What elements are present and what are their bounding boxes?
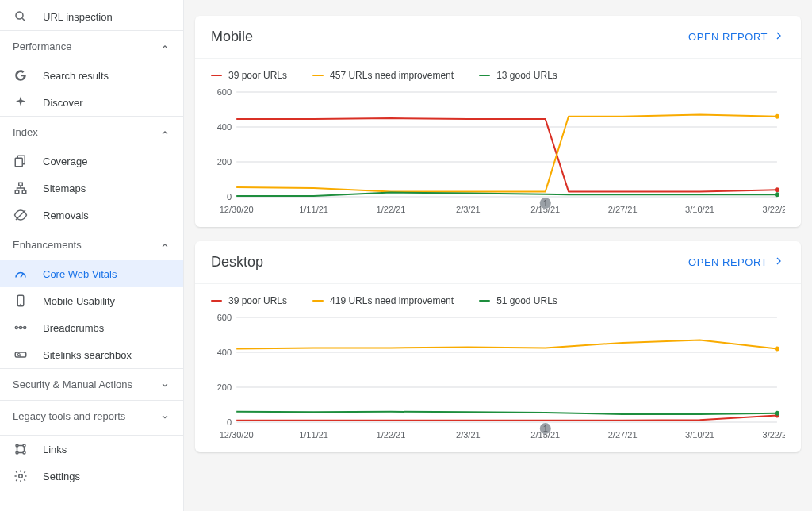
svg-text:2/3/21: 2/3/21 [456, 430, 481, 440]
sidebar-item-sitemaps[interactable]: Sitemaps [0, 175, 183, 202]
legend-poor: 39 poor URLs [211, 70, 287, 81]
section-performance-label: Performance [13, 40, 159, 52]
gear-icon [13, 468, 29, 484]
svg-text:1: 1 [543, 424, 548, 433]
svg-text:0: 0 [227, 192, 232, 202]
svg-text:1/22/21: 1/22/21 [377, 430, 406, 440]
svg-point-11 [15, 327, 17, 329]
mobile-chart: 020040060012/30/201/11/211/22/212/3/212/… [195, 84, 801, 227]
svg-point-10 [20, 304, 21, 305]
desktop-open-report-button[interactable]: OPEN REPORT [688, 255, 785, 270]
svg-text:2/27/21: 2/27/21 [608, 205, 638, 214]
sidebar: URL inspection Performance Search result… [0, 0, 184, 511]
desktop-card: Desktop OPEN REPORT 39 poor URLs 419 URL… [195, 241, 801, 452]
sidebar-item-label: Search results [43, 70, 170, 82]
sidebar-item-breadcrumbs[interactable]: Breadcrumbs [0, 314, 183, 341]
legend-poor: 39 poor URLs [211, 295, 287, 306]
svg-line-8 [21, 274, 23, 278]
svg-point-21 [16, 451, 18, 454]
chevron-down-icon [159, 379, 170, 390]
sidebar-item-removals[interactable]: Removals [0, 202, 183, 229]
sidebar-item-mobile-usability[interactable]: Mobile Usability [0, 287, 183, 314]
sidebar-item-search-results[interactable]: Search results [0, 62, 183, 89]
svg-text:200: 200 [217, 382, 232, 392]
mobile-card-title: Mobile [211, 29, 688, 45]
mobile-card-header: Mobile OPEN REPORT [195, 16, 801, 59]
sidebar-item-sitelinks-searchbox[interactable]: Sitelinks searchbox [0, 341, 183, 368]
sidebar-item-label: Discover [43, 97, 170, 109]
url-inspection[interactable]: URL inspection [0, 3, 183, 30]
main-content: Mobile OPEN REPORT 39 poor URLs 457 URLs… [184, 0, 812, 511]
chevron-up-icon [159, 41, 170, 52]
legend-good: 51 good URLs [479, 295, 557, 306]
svg-point-20 [23, 444, 25, 447]
sidebar-item-label: Removals [43, 209, 170, 221]
sidebar-item-label: Mobile Usability [43, 295, 170, 307]
svg-point-17 [17, 354, 20, 356]
svg-text:1/22/21: 1/22/21 [377, 205, 406, 214]
coverage-icon [13, 153, 29, 169]
legend-dash-poor [211, 75, 222, 76]
svg-text:1: 1 [543, 198, 548, 208]
svg-text:12/30/20: 12/30/20 [220, 205, 254, 214]
svg-text:200: 200 [217, 157, 232, 167]
section-security[interactable]: Security & Manual Actions [0, 368, 183, 400]
svg-text:3/22/21: 3/22/21 [763, 205, 785, 214]
sidebar-item-settings[interactable]: Settings [0, 463, 183, 490]
searchbox-icon [13, 347, 29, 363]
sidebar-item-label: Links [43, 444, 170, 455]
section-enhancements-label: Enhancements [13, 239, 159, 251]
svg-text:600: 600 [217, 87, 232, 97]
chevron-up-icon [159, 127, 170, 138]
section-enhancements[interactable]: Enhancements [0, 229, 183, 260]
legend-good-label: 51 good URLs [496, 295, 557, 306]
svg-point-0 [16, 12, 23, 19]
desktop-card-header: Desktop OPEN REPORT [195, 241, 801, 284]
sitemaps-icon [13, 180, 29, 196]
section-legacy-label: Legacy tools and reports [13, 410, 159, 422]
svg-rect-5 [15, 190, 19, 194]
sidebar-item-label: Coverage [43, 156, 170, 167]
desktop-legend: 39 poor URLs 419 URLs need improvement 5… [195, 284, 801, 309]
legend-ni: 457 URLs need improvement [312, 70, 454, 81]
breadcrumbs-icon [13, 320, 29, 336]
section-performance[interactable]: Performance [0, 30, 183, 62]
svg-rect-6 [22, 190, 26, 194]
legend-good-label: 13 good URLs [496, 70, 557, 81]
section-legacy[interactable]: Legacy tools and reports [0, 400, 183, 432]
section-index[interactable]: Index [0, 116, 183, 148]
mobile-open-report-button[interactable]: OPEN REPORT [688, 29, 785, 44]
svg-point-19 [16, 444, 18, 447]
svg-text:3/10/21: 3/10/21 [685, 205, 714, 214]
open-report-label: OPEN REPORT [688, 31, 768, 43]
sidebar-item-links[interactable]: Links [0, 436, 183, 463]
svg-line-1 [22, 18, 25, 21]
svg-point-41 [775, 114, 779, 119]
open-report-label: OPEN REPORT [688, 256, 768, 268]
desktop-card-title: Desktop [211, 254, 688, 271]
svg-text:12/30/20: 12/30/20 [220, 430, 254, 440]
svg-rect-3 [15, 158, 22, 167]
chevron-down-icon [159, 411, 170, 422]
svg-point-63 [775, 411, 779, 416]
removals-icon [13, 207, 29, 223]
sidebar-item-core-web-vitals[interactable]: Core Web Vitals [0, 260, 183, 287]
svg-text:1/11/21: 1/11/21 [299, 205, 328, 214]
sidebar-item-label: Sitemaps [43, 182, 170, 194]
sidebar-item-coverage[interactable]: Coverage [0, 148, 183, 175]
sidebar-item-discover[interactable]: Discover [0, 89, 183, 116]
svg-point-62 [775, 347, 779, 352]
legend-dash-good [479, 75, 490, 76]
svg-text:600: 600 [217, 313, 232, 322]
svg-text:3/10/21: 3/10/21 [685, 430, 714, 440]
chevron-up-icon [159, 240, 170, 251]
sidebar-item-label: Breadcrumbs [43, 322, 170, 334]
svg-point-40 [775, 187, 779, 192]
sidebar-item-label: Sitelinks searchbox [43, 349, 170, 361]
section-security-label: Security & Manual Actions [13, 378, 159, 390]
legend-poor-label: 39 poor URLs [228, 70, 287, 81]
google-g-icon [13, 67, 29, 83]
svg-text:2/3/21: 2/3/21 [456, 205, 481, 214]
sidebar-item-label: Core Web Vitals [43, 268, 170, 280]
svg-rect-4 [19, 182, 23, 186]
